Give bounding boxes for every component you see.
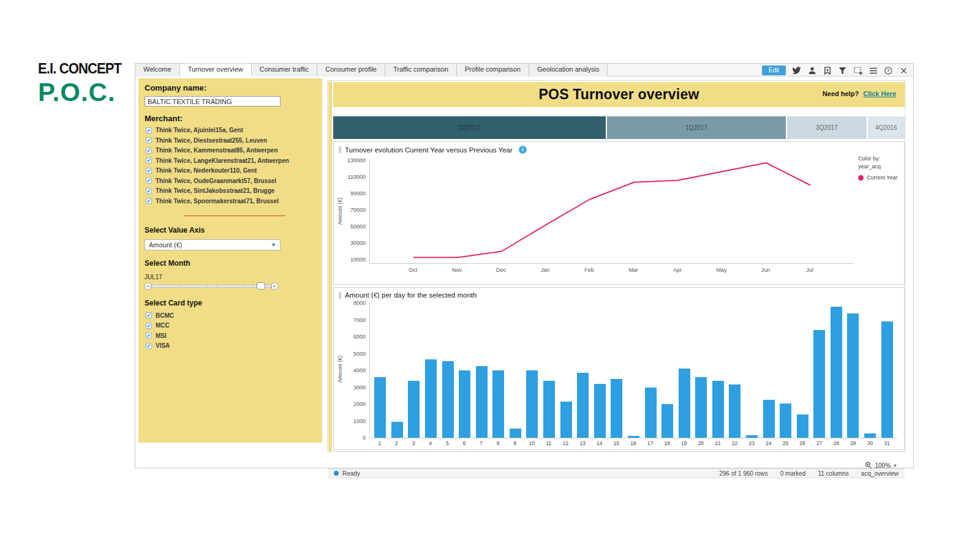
merchant-think-twice-diestsestraat255-leuven[interactable]: ✔Think Twice, Diestsestraat255, Leuven (146, 137, 316, 144)
merchant-think-twice-langeklarenstraat21-antwerpen[interactable]: ✔Think Twice, LangeKlarenstraat21, Antwe… (146, 157, 316, 164)
checkbox-checked-icon[interactable]: ✔ (146, 343, 152, 349)
quarter-segment-4q2016[interactable]: 4Q2016 (868, 116, 905, 139)
merchant-think-twice-ajuinlei15a-gent[interactable]: ✔Think Twice, Ajuinlei15a, Gent (146, 127, 316, 133)
bar-day-14[interactable] (594, 384, 606, 438)
menu-icon[interactable] (869, 66, 878, 75)
bar-day-4[interactable] (425, 359, 437, 438)
tab-turnover-overview[interactable]: Turnover overview (180, 64, 252, 77)
card-type-label: BCMC (156, 312, 174, 319)
tab-welcome[interactable]: Welcome (135, 64, 180, 77)
slider-right-arrow[interactable] (271, 283, 278, 290)
card-type-bcmc[interactable]: ✔BCMC (146, 312, 316, 319)
slider-track[interactable] (151, 285, 271, 288)
bar-ytick: 5000 (339, 351, 366, 357)
slider-left-arrow[interactable] (145, 283, 151, 290)
checkbox-checked-icon[interactable]: ✔ (146, 312, 152, 318)
bar-day-11[interactable] (543, 381, 555, 438)
company-name-input[interactable] (145, 96, 281, 107)
help-link[interactable]: Click Here (863, 90, 896, 97)
bar-day-18[interactable] (662, 404, 673, 438)
bar-day-10[interactable] (526, 370, 538, 438)
bookmark-icon[interactable] (823, 66, 832, 75)
bar-day-27[interactable] (813, 330, 825, 438)
checkbox-checked-icon[interactable]: ✔ (146, 127, 152, 133)
bar-day-26[interactable] (797, 414, 809, 438)
edit-button[interactable]: Edit (762, 66, 786, 75)
main-content: POS Turnover overview Need help? Click H… (327, 80, 905, 452)
tab-consumer-traffic[interactable]: Consumer traffic (252, 64, 318, 77)
line-chart-legend: Color by: year_acq Current Year (858, 156, 905, 181)
tab-profile-comparison[interactable]: Profile comparison (457, 64, 529, 77)
checkbox-checked-icon[interactable]: ✔ (146, 168, 152, 174)
collaboration-icon[interactable] (807, 66, 816, 75)
merchant-think-twice-kammenstraat85-antwerpen[interactable]: ✔Think Twice, Kammenstraat85, Antwerpen (146, 147, 316, 154)
quarter-segment-1q2017[interactable]: 1Q2017 (607, 116, 786, 139)
bar-day-17[interactable] (645, 388, 657, 438)
bar-column-day-30 (862, 302, 879, 438)
bar-day-1[interactable] (374, 377, 386, 438)
checkbox-checked-icon[interactable]: ✔ (146, 157, 152, 163)
info-icon[interactable] (519, 146, 527, 154)
bar-day-29[interactable] (847, 313, 859, 438)
bar-day-25[interactable] (780, 403, 791, 438)
bar-chart-panel: Amount (€) per day for the selected mont… (333, 287, 905, 450)
company-logo: E.I. CONCEPT P.O.C. (38, 60, 129, 107)
status-table[interactable]: acq_overview (861, 470, 899, 477)
bar-day-24[interactable] (763, 400, 775, 438)
bar-day-16[interactable] (628, 436, 639, 438)
tab-traffic-comparison[interactable]: Traffic comparison (385, 64, 457, 77)
checkbox-checked-icon[interactable]: ✔ (146, 137, 152, 143)
checkbox-checked-icon[interactable]: ✔ (146, 323, 152, 329)
month-slider[interactable] (145, 282, 278, 290)
panel-handle-icon (339, 146, 341, 153)
selection-icon[interactable] (853, 66, 862, 75)
slider-handle[interactable] (257, 282, 265, 290)
twitter-icon[interactable] (792, 66, 801, 75)
bar-day-12[interactable] (560, 402, 572, 438)
bar-day-6[interactable] (459, 370, 470, 438)
bar-day-8[interactable] (492, 370, 504, 438)
checkbox-checked-icon[interactable]: ✔ (146, 198, 152, 204)
checkbox-checked-icon[interactable]: ✔ (146, 188, 152, 194)
bar-day-13[interactable] (577, 373, 589, 438)
bar-day-23[interactable] (746, 435, 758, 438)
card-type-mcc[interactable]: ✔MCC (146, 322, 316, 329)
bar-day-9[interactable] (510, 429, 521, 438)
bar-day-7[interactable] (476, 366, 488, 438)
bar-day-28[interactable] (831, 307, 842, 438)
bar-day-22[interactable] (729, 384, 741, 438)
bar-day-2[interactable] (391, 422, 403, 438)
quarter-segment-2q2017[interactable]: 2Q2017 (333, 116, 606, 139)
card-type-visa[interactable]: ✔VISA (146, 342, 316, 349)
bar-day-3[interactable] (408, 381, 420, 438)
card-type-msi[interactable]: ✔MSI (146, 332, 316, 339)
quarter-segment-3q2017[interactable]: 3Q2017 (787, 116, 867, 139)
tab-consumer-profile[interactable]: Consumer profile (317, 64, 385, 77)
bar-day-30[interactable] (864, 433, 876, 438)
bar-day-20[interactable] (695, 377, 707, 438)
status-columns[interactable]: 11 columns (818, 470, 848, 477)
checkbox-checked-icon[interactable]: ✔ (146, 148, 152, 154)
tab-geolocation-analysis[interactable]: Geolocation analysis (529, 64, 608, 77)
line-series-current-year (413, 163, 810, 258)
merchant-think-twice-spoormakerstraat71-brussel[interactable]: ✔Think Twice, Spoormakerstraat71, Brusse… (146, 198, 316, 204)
merchant-think-twice-oudegraanmarkt57-brussel[interactable]: ✔Think Twice, OudeGraanmarkt57, Brussel (146, 178, 316, 184)
checkbox-checked-icon[interactable]: ✔ (146, 178, 152, 184)
bar-day-5[interactable] (442, 361, 454, 438)
close-icon[interactable] (899, 66, 908, 75)
filter-icon[interactable] (838, 66, 847, 75)
help-icon[interactable]: ? (884, 66, 893, 75)
value-axis-label: Select Value Axis (145, 226, 316, 234)
merchant-think-twice-nederkouter110-gent[interactable]: ✔Think Twice, Nederkouter110, Gent (146, 167, 316, 174)
merchant-think-twice-sintjakobsstraat21-brugge[interactable]: ✔Think Twice, SintJakobsstraat21, Brugge (146, 187, 316, 194)
bar-day-19[interactable] (679, 369, 690, 438)
legend-entry[interactable]: Current Year (858, 174, 905, 181)
bar-day-15[interactable] (611, 379, 622, 438)
bar-day-21[interactable] (712, 381, 724, 438)
sidebar-edge-strip (328, 81, 332, 451)
checkbox-checked-icon[interactable]: ✔ (146, 332, 152, 339)
zoom-control[interactable]: 100% (865, 462, 897, 469)
legend-column[interactable]: year_acq (858, 163, 905, 170)
bar-day-31[interactable] (881, 321, 893, 438)
value-axis-dropdown[interactable]: Amount (€) (145, 239, 281, 250)
